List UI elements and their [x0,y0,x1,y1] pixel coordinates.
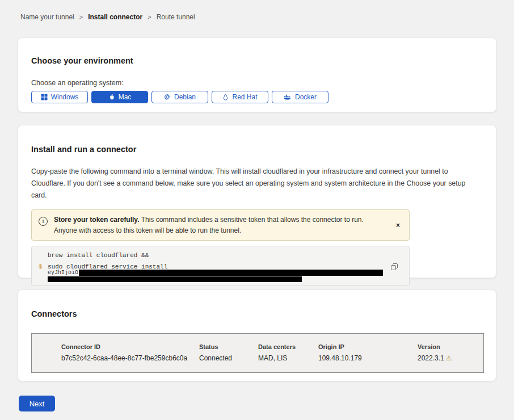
connectors-card: Connectors Connector ID b7c52c42-6caa-48… [18,289,496,381]
docker-icon [284,94,292,100]
breadcrumb-step-route-tunnel[interactable]: Route tunnel [157,13,195,21]
os-button-label: Debian [174,93,196,101]
os-button-debian[interactable]: Debian [151,91,208,103]
column-header: Connector ID [61,343,187,350]
warning-triangle-icon: ⚠ [446,354,452,362]
connector-id-value: b7c52c42-6caa-48ee-8c77-fbe259cb6c0a [61,354,187,362]
copy-icon[interactable] [389,262,399,274]
os-button-mac[interactable]: Mac [91,91,148,103]
column-connector-id: Connector ID b7c52c42-6caa-48ee-8c77-fbe… [61,343,187,362]
os-button-windows[interactable]: Windows [31,91,88,103]
environment-card-title: Choose your environment [31,38,483,65]
os-button-group: Windows Mac Debian Red Hat Docker [31,91,483,103]
warning-title: Store your token carefully. [54,216,140,224]
os-button-label: Mac [119,93,132,101]
connectors-card-title: Connectors [31,290,483,318]
close-icon[interactable]: × [394,220,402,230]
os-button-redhat[interactable]: Red Hat [212,91,268,103]
version-value: 2022.3.1⚠ [418,354,452,362]
debian-icon [164,94,171,100]
code-prompt: $ [39,263,43,270]
os-button-docker[interactable]: Docker [272,91,328,103]
status-badge: Connected [199,354,232,362]
column-origin-ip: Origin IP 109.48.10.179 [318,343,362,362]
info-icon: ! [39,217,48,226]
os-select-label: Choose an operating system: [31,79,483,87]
install-connector-card: Install and run a connector Copy-paste t… [18,125,496,278]
origin-ip-value: 109.48.10.179 [318,354,362,362]
breadcrumb: Name your tunnel > Install connector > R… [20,13,195,21]
token-redaction-bar [79,270,383,276]
connectors-table: Connector ID b7c52c42-6caa-48ee-8c77-fbe… [31,333,484,373]
apple-icon [108,94,115,101]
breadcrumb-separator: > [148,14,151,20]
install-command-code-block: brew install cloudflared && $ sudo cloud… [31,246,410,286]
install-card-title: Install and run a connector [31,125,483,154]
os-button-label: Red Hat [232,93,257,101]
windows-icon [41,94,48,100]
warning-text: Store your token carefully. This command… [54,215,384,236]
breadcrumb-step-install-connector[interactable]: Install connector [88,13,142,21]
code-line-token: eyJhIjoiO [48,270,383,276]
environment-card: Choose your environment Choose an operat… [18,37,496,112]
code-line-brew: brew install cloudflared && [48,252,149,259]
next-button[interactable]: Next [19,396,55,411]
install-description: Copy-paste the following command into a … [31,166,483,201]
version-number: 2022.3.1 [418,354,444,362]
column-header: Status [199,343,232,350]
column-header: Origin IP [318,343,362,350]
column-version: Version 2022.3.1⚠ [418,343,452,362]
column-header: Data centers [258,343,296,350]
token-redaction-bar [48,276,302,282]
os-button-label: Windows [51,93,79,101]
column-data-centers: Data centers MAD, LIS [258,343,296,362]
column-header: Version [418,343,452,350]
os-button-label: Docker [295,93,317,101]
token-prefix: eyJhIjoiO [48,270,78,276]
breadcrumb-separator: > [79,14,83,20]
redhat-icon [222,94,229,101]
breadcrumb-step-name-tunnel[interactable]: Name your tunnel [20,13,74,21]
token-warning-banner: ! Store your token carefully. This comma… [31,209,410,241]
column-status: Status Connected [199,343,232,362]
data-centers-value: MAD, LIS [258,354,296,362]
